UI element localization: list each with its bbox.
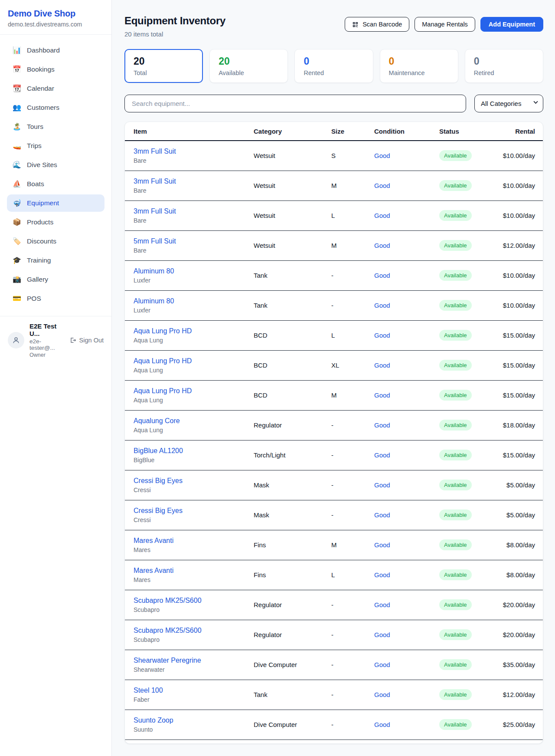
sign-out-button[interactable]: Sign Out <box>69 337 104 344</box>
column-header-rental: Rental <box>500 122 543 141</box>
sidebar-item-pos[interactable]: 💳 POS <box>7 290 104 307</box>
sidebar-item-customers[interactable]: 👥 Customers <box>7 99 104 116</box>
item-condition-link[interactable]: Good <box>374 212 390 219</box>
item-name-link[interactable]: Mares Avanti <box>134 537 173 545</box>
item-name-link[interactable]: Steel 100 <box>134 687 163 694</box>
item-name-link[interactable]: 3mm Full Suit <box>134 207 176 215</box>
item-condition-link[interactable]: Good <box>374 691 390 698</box>
table-row[interactable]: Aqua Lung Pro HD Aqua Lung BCD L Good Av… <box>125 320 543 350</box>
sidebar-item-calendar[interactable]: 📆 Calendar <box>7 80 104 97</box>
sidebar-item-tours[interactable]: 🏝️ Tours <box>7 118 104 135</box>
item-condition-link[interactable]: Good <box>374 541 390 549</box>
sidebar-item-boats[interactable]: ⛵ Boats <box>7 175 104 193</box>
item-condition-link[interactable]: Good <box>374 391 390 399</box>
item-name-link[interactable]: Scubapro MK25/S600 <box>134 597 202 605</box>
table-row[interactable]: Mares Avanti Mares Fins M Good Available… <box>125 530 543 560</box>
item-condition-link[interactable]: Good <box>374 601 390 608</box>
table-row[interactable]: 5mm Full Suit Bare Wetsuit M Good Availa… <box>125 230 543 260</box>
sidebar-item-discounts[interactable]: 🏷️ Discounts <box>7 233 104 250</box>
item-condition-link[interactable]: Good <box>374 451 390 459</box>
item-condition-link[interactable]: Good <box>374 721 390 728</box>
item-rental-price: $10.00/day <box>503 152 535 159</box>
item-name-link[interactable]: 3mm Full Suit <box>134 177 176 185</box>
item-condition-link[interactable]: Good <box>374 272 390 279</box>
stat-card-retired[interactable]: 0 Retired <box>465 49 543 83</box>
item-name-link[interactable]: BigBlue AL1200 <box>134 447 183 455</box>
item-name-link[interactable]: Cressi Big Eyes <box>134 477 183 485</box>
tag-icon: 🏷️ <box>13 238 21 245</box>
item-size: - <box>331 511 333 519</box>
status-badge: Available <box>439 509 472 520</box>
status-badge: Available <box>439 180 472 191</box>
item-condition-link[interactable]: Good <box>374 182 390 189</box>
table-row[interactable]: 3mm Full Suit Bare Wetsuit S Good Availa… <box>125 141 543 171</box>
item-condition-link[interactable]: Good <box>374 152 390 159</box>
item-size: - <box>331 481 333 489</box>
item-condition-link[interactable]: Good <box>374 421 390 429</box>
item-name-link[interactable]: Aqualung Core <box>134 417 180 425</box>
item-name-link[interactable]: 5mm Full Suit <box>134 237 176 245</box>
table-row[interactable]: Shearwater Peregrine Shearwater Dive Com… <box>125 650 543 680</box>
diving-mask-icon: 🤿 <box>13 200 21 207</box>
item-condition-link[interactable]: Good <box>374 332 390 339</box>
item-name-link[interactable]: Cressi Big Eyes <box>134 507 183 515</box>
item-condition-link[interactable]: Good <box>374 661 390 668</box>
item-condition-link[interactable]: Good <box>374 302 390 309</box>
item-rental-price: $18.00/day <box>503 421 535 429</box>
item-name-link[interactable]: 3mm Full Suit <box>134 148 176 155</box>
add-equipment-button[interactable]: Add Equipment <box>480 17 543 32</box>
table-row[interactable]: BigBlue AL1200 BigBlue Torch/Light - Goo… <box>125 440 543 470</box>
stat-card-total[interactable]: 20 Total <box>124 49 203 83</box>
category-select-wrap: All Categories <box>474 95 543 112</box>
sidebar-item-gallery[interactable]: 📸 Gallery <box>7 271 104 288</box>
table-row[interactable]: Scubapro MK25/S600 Scubapro Regulator - … <box>125 590 543 620</box>
item-name-link[interactable]: Mares Avanti <box>134 567 173 575</box>
table-row[interactable]: Scubapro MK25/S600 Scubapro Regulator - … <box>125 620 543 650</box>
sidebar-item-bookings[interactable]: 📅 Bookings <box>7 61 104 78</box>
item-brand: Cressi <box>134 486 254 493</box>
sidebar-item-dashboard[interactable]: 📊 Dashboard <box>7 42 104 59</box>
table-row[interactable]: Suunto Zoop Suunto Dive Computer - Good … <box>125 710 543 740</box>
table-row[interactable]: Mares Avanti Mares Fins L Good Available… <box>125 560 543 590</box>
item-brand: Bare <box>134 187 254 194</box>
item-name-link[interactable]: Aqua Lung Pro HD <box>134 357 192 365</box>
table-row[interactable]: Aqualung Core Aqua Lung Regulator - Good… <box>125 410 543 440</box>
table-row[interactable]: Aqua Lung Pro HD Aqua Lung BCD M Good Av… <box>125 380 543 410</box>
sidebar-item-training[interactable]: 🎓 Training <box>7 252 104 269</box>
item-condition-link[interactable]: Good <box>374 242 390 249</box>
table-row[interactable]: Aluminum 80 Luxfer Tank - Good Available… <box>125 290 543 320</box>
manage-rentals-button[interactable]: Manage Rentals <box>415 17 475 32</box>
table-row[interactable]: Cressi Big Eyes Cressi Mask - Good Avail… <box>125 470 543 500</box>
item-condition-link[interactable]: Good <box>374 481 390 489</box>
sidebar-item-trips[interactable]: 🚤 Trips <box>7 137 104 154</box>
column-header-category: Category <box>254 122 331 141</box>
category-select[interactable]: All Categories <box>474 95 543 112</box>
item-name-link[interactable]: Aqua Lung Pro HD <box>134 327 192 335</box>
item-condition-link[interactable]: Good <box>374 571 390 579</box>
table-row[interactable]: 3mm Full Suit Bare Wetsuit M Good Availa… <box>125 171 543 201</box>
sidebar-item-dive-sites[interactable]: 🌊 Dive Sites <box>7 156 104 174</box>
table-row[interactable]: Aqua Lung Pro HD Aqua Lung BCD XL Good A… <box>125 350 543 380</box>
item-name-link[interactable]: Shearwater Peregrine <box>134 657 201 664</box>
sidebar-item-products[interactable]: 📦 Products <box>7 214 104 231</box>
scan-barcode-button[interactable]: Scan Barcode <box>345 17 409 32</box>
item-name-link[interactable]: Aqua Lung Pro HD <box>134 387 192 395</box>
shop-name: Demo Dive Shop <box>8 9 104 19</box>
item-name-link[interactable]: Suunto Zoop <box>134 717 173 724</box>
stat-card-rented[interactable]: 0 Rented <box>294 49 373 83</box>
table-row[interactable]: Steel 100 Faber Tank - Good Available $1… <box>125 680 543 710</box>
sidebar-item-equipment[interactable]: 🤿 Equipment <box>7 194 104 212</box>
item-name-link[interactable]: Aluminum 80 <box>134 267 174 275</box>
item-name-link[interactable]: Aluminum 80 <box>134 297 174 305</box>
item-condition-link[interactable]: Good <box>374 362 390 369</box>
search-input[interactable] <box>124 95 466 112</box>
stat-card-available[interactable]: 20 Available <box>209 49 288 83</box>
item-condition-link[interactable]: Good <box>374 631 390 638</box>
table-row[interactable]: Cressi Big Eyes Cressi Mask - Good Avail… <box>125 500 543 530</box>
item-condition-link[interactable]: Good <box>374 511 390 519</box>
table-row[interactable]: Aluminum 80 Luxfer Tank - Good Available… <box>125 260 543 290</box>
stat-label: Total <box>134 69 194 76</box>
table-row[interactable]: 3mm Full Suit Bare Wetsuit L Good Availa… <box>125 201 543 230</box>
item-name-link[interactable]: Scubapro MK25/S600 <box>134 627 202 634</box>
stat-card-maintenance[interactable]: 0 Maintenance <box>380 49 458 83</box>
